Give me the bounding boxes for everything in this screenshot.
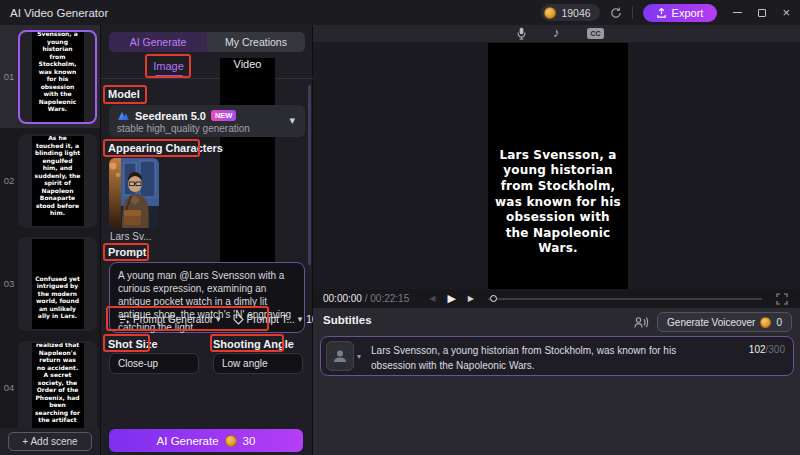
export-label: Export: [672, 7, 704, 19]
voice-icon[interactable]: [634, 316, 649, 329]
subtitle-text[interactable]: Lars Svensson, a young historian from St…: [371, 344, 723, 373]
shot-size-label: Shot Size: [108, 338, 158, 350]
seek-handle[interactable]: [490, 295, 497, 302]
model-name: Seedream 5.0: [135, 110, 206, 122]
close-icon[interactable]: ×: [782, 6, 790, 19]
add-scene-button[interactable]: + Add scene: [8, 432, 92, 451]
character-photo: [109, 158, 159, 228]
video-preview-area: Lars Svensson, a young historian from St…: [313, 42, 800, 289]
scene-sidebar: 01 Lars Svensson, a young historian from…: [0, 25, 101, 455]
music-icon[interactable]: ♪: [553, 25, 560, 40]
person-icon: [332, 348, 348, 364]
subtab-image[interactable]: Image: [141, 60, 196, 72]
prompt-label: Prompt: [108, 246, 147, 258]
ai-generate-button[interactable]: AI Generate 30: [109, 429, 303, 452]
time-total: 00:22:15: [370, 293, 409, 304]
app-window: AI Video Generator 19046 Export: [0, 0, 800, 455]
coin-icon: [760, 317, 771, 328]
scene-thumbnail[interactable]: The duo quickly realized that Napoleon's…: [18, 341, 97, 429]
video-canvas[interactable]: Lars Svensson, a young historian from St…: [488, 43, 628, 289]
app-title: AI Video Generator: [10, 7, 108, 19]
shooting-angle-label: Shooting Angle: [213, 338, 294, 350]
play-button[interactable]: ▶: [447, 292, 455, 305]
scene-list: 01 Lars Svensson, a young historian from…: [0, 25, 100, 428]
ai-generate-cost: 30: [243, 435, 256, 447]
previous-frame-button[interactable]: ◀: [429, 294, 435, 303]
shooting-angle-input[interactable]: Low angle: [213, 353, 303, 374]
generate-voiceover-button[interactable]: Generate Voiceover 0: [657, 312, 792, 332]
video-caption-text: Lars Svensson, a young historian from St…: [495, 148, 621, 257]
minimize-icon[interactable]: [733, 12, 742, 14]
player-panel: ♪ CC Lars Svensson, a young historian fr…: [313, 25, 800, 455]
time-display: 00:00:00 / 00:22:15: [323, 293, 409, 304]
character-name: Lars Sv...: [110, 231, 152, 242]
voice-avatar[interactable]: [326, 341, 354, 371]
chevron-down-icon: ▾: [216, 314, 221, 324]
model-selector[interactable]: Seedream 5.0 NEW stable high_quality gen…: [109, 105, 305, 137]
export-button[interactable]: Export: [643, 4, 718, 22]
ai-generate-label: AI Generate: [157, 435, 219, 447]
scrollbar-thumb[interactable]: [308, 85, 311, 265]
generator-panel: AI Generate My Creations Image Video Mod…: [101, 25, 313, 455]
shot-size-input[interactable]: Close-up: [109, 353, 199, 374]
scene-thumb-text: The duo quickly realized that Napoleon's…: [35, 341, 81, 424]
scene-thumb-text: As he touched it, a blinding light engul…: [35, 134, 81, 217]
main-tabs: AI Generate My Creations: [109, 32, 305, 52]
chevron-down-icon: ▾: [289, 114, 295, 127]
credits-badge[interactable]: 19046: [541, 4, 599, 21]
prompt-template-button[interactable]: Prompt T... ▾: [229, 314, 307, 325]
chevron-down-icon[interactable]: ▾: [357, 352, 361, 361]
captions-icon[interactable]: CC: [587, 28, 604, 39]
scene-number: 01: [0, 71, 18, 82]
credits-count: 19046: [561, 7, 590, 19]
seek-slider[interactable]: [488, 294, 762, 304]
scene-thumb-text: Confused yet intrigued by the modern wor…: [35, 275, 81, 320]
tab-ai-generate[interactable]: AI Generate: [109, 32, 207, 52]
titlebar-divider: [632, 6, 633, 19]
next-frame-button[interactable]: ▶: [468, 294, 474, 303]
subtitles-section: Subtitles Generate Voiceover 0: [313, 308, 800, 455]
scene-number: 04: [0, 382, 18, 393]
microphone-icon[interactable]: [516, 27, 527, 40]
coin-icon: [544, 7, 556, 19]
titlebar-actions: 19046 Export ×: [541, 4, 790, 22]
prompt-tools: Prompt Generator ▾ Prompt T... ▾ 162/200…: [115, 309, 299, 329]
scene-thumb-text: Lars Svensson, a young historian from St…: [35, 30, 81, 113]
title-bar: AI Video Generator 19046 Export: [0, 0, 800, 25]
time-current: 00:00:00: [323, 293, 362, 304]
playback-controls: 00:00:00 / 00:22:15 ◀ ▶ ▶: [313, 289, 800, 308]
scene-thumbnail[interactable]: As he touched it, a blinding light engul…: [18, 134, 97, 228]
subtitles-actions: Generate Voiceover 0: [634, 312, 792, 332]
scene-number: 02: [0, 175, 18, 186]
scene-thumbnail[interactable]: Confused yet intrigued by the modern wor…: [18, 237, 97, 331]
subtitle-row[interactable]: ▾ Lars Svensson, a young historian from …: [320, 336, 794, 376]
prompt-template-icon: [233, 314, 244, 325]
model-label: Model: [108, 88, 140, 100]
subtitle-char-count: 102/300: [749, 344, 785, 355]
voiceover-cost: 0: [776, 317, 782, 328]
media-subtabs: Image Video: [101, 57, 313, 79]
prompt-editor[interactable]: A young man @Lars Svensson with a curiou…: [109, 262, 305, 333]
fullscreen-icon[interactable]: [776, 293, 788, 305]
prompt-template-label: Prompt T...: [247, 314, 295, 325]
scene-item-02[interactable]: 02 As he touched it, a blinding light en…: [0, 129, 100, 232]
scene-item-04[interactable]: 04 The duo quickly realized that Napoleo…: [0, 336, 100, 428]
scene-number: 03: [0, 278, 18, 289]
prompt-generator-button[interactable]: Prompt Generator ▾: [115, 314, 225, 325]
scene-item-01[interactable]: 01 Lars Svensson, a young historian from…: [0, 25, 100, 128]
scene-thumbnail[interactable]: Lars Svensson, a young historian from St…: [18, 30, 97, 124]
tab-my-creations[interactable]: My Creations: [207, 32, 305, 52]
model-description: stable high_quality generation: [117, 123, 297, 134]
count-current: 102: [749, 344, 766, 355]
coin-icon: [225, 435, 237, 447]
characters-label: Appearing Characters: [108, 142, 223, 154]
prompt-generator-label: Prompt Generator: [133, 314, 213, 325]
chevron-down-icon: ▾: [298, 314, 303, 324]
new-badge: NEW: [211, 110, 237, 121]
scene-item-03[interactable]: 03 Confused yet intrigued by the modern …: [0, 232, 100, 335]
refresh-icon[interactable]: [610, 7, 622, 19]
upload-icon: [657, 8, 666, 18]
character-card[interactable]: [109, 158, 159, 228]
subtitles-title: Subtitles: [323, 314, 372, 326]
maximize-icon[interactable]: [758, 9, 766, 17]
